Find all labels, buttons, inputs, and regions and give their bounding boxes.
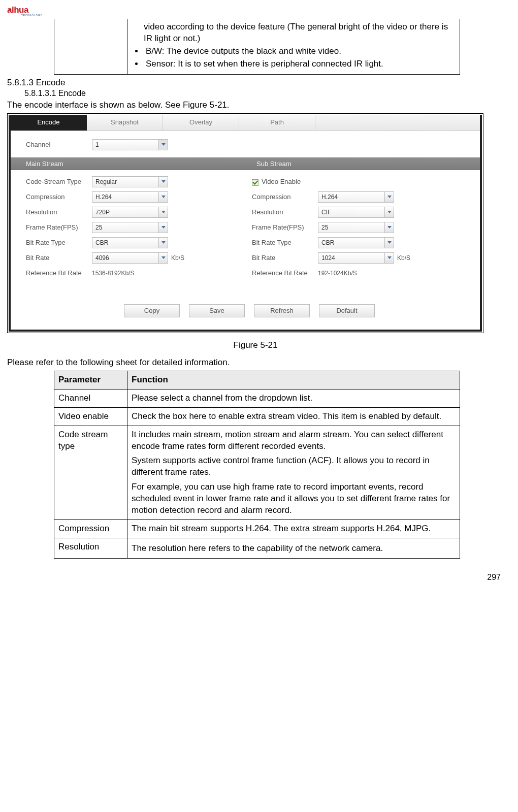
refresh-button[interactable]: Refresh <box>254 304 310 317</box>
main-label: Code-Stream Type <box>26 178 92 185</box>
figure-caption: Figure 5-21 <box>7 340 504 350</box>
table-row: Resolution The resolution here refers to… <box>54 538 460 559</box>
fragment-bullet: B/W: The device outputs the black and wh… <box>144 46 456 57</box>
chevron-down-icon <box>158 238 168 248</box>
tab-snapshot[interactable]: Snapshot <box>87 115 163 131</box>
default-button[interactable]: Default <box>319 304 375 317</box>
main-label: Resolution <box>26 208 92 216</box>
bit-rate-select[interactable]: 4096 <box>92 252 168 264</box>
bit-rate-type-select[interactable]: CBR <box>92 237 168 248</box>
compression-select[interactable]: H.264 <box>92 191 168 203</box>
intro-paragraph: The encode interface is shown as below. … <box>7 100 504 110</box>
main-stream-header: Main Stream <box>11 157 249 170</box>
table-row: Video enable Check the box here to enabl… <box>54 407 460 426</box>
sub-label: Frame Rate(FPS) <box>252 223 318 231</box>
main-label: Bit Rate <box>26 254 92 262</box>
main-label: Frame Rate(FPS) <box>26 223 92 231</box>
sub-compression-select[interactable]: H.264 <box>318 191 394 203</box>
brand-logo: alhua TECHNOLOGY <box>7 5 63 17</box>
chevron-down-icon <box>384 207 394 217</box>
sub-bit-rate-type-select[interactable]: CBR <box>318 237 394 248</box>
copy-button[interactable]: Copy <box>124 304 180 317</box>
table-row: Compression The main bit stream supports… <box>54 520 460 538</box>
fragment-pretext: video according to the device feature (T… <box>132 21 456 45</box>
sub-label: Compression <box>252 193 318 201</box>
channel-select[interactable]: 1 <box>92 139 168 150</box>
channel-value: 1 <box>95 141 99 148</box>
main-label: Compression <box>26 193 92 201</box>
fragment-table: video according to the device feature (T… <box>54 19 460 75</box>
sub-label: Reference Bit Rate <box>252 269 318 277</box>
chevron-down-icon <box>384 192 394 202</box>
chevron-down-icon <box>384 238 394 248</box>
fragment-bullet: Sensor: It is to set when there is perip… <box>144 58 456 70</box>
sub-stream-header: Sub Stream <box>249 157 480 170</box>
parameter-table: Parameter Function Channel Please select… <box>54 371 460 559</box>
sub-frame-rate-select[interactable]: 25 <box>318 222 394 233</box>
chevron-down-icon <box>384 253 394 263</box>
tab-encode[interactable]: Encode <box>11 115 87 131</box>
main-label: Bit Rate Type <box>26 239 92 246</box>
tab-path[interactable]: Path <box>239 115 315 131</box>
sub-bit-rate-select[interactable]: 1024 <box>318 252 394 264</box>
tab-overlay[interactable]: Overlay <box>163 115 239 131</box>
sub-bit-rate-unit: Kb/S <box>397 254 410 262</box>
chevron-down-icon <box>158 177 168 187</box>
chevron-down-icon <box>158 140 168 150</box>
table-intro: Please refer to the following sheet for … <box>7 358 504 368</box>
sub-label: Resolution <box>252 208 318 216</box>
chevron-down-icon <box>158 222 168 233</box>
svg-point-1 <box>9 9 11 11</box>
chevron-down-icon <box>158 253 168 263</box>
sub-label: Bit Rate Type <box>252 239 318 246</box>
svg-text:TECHNOLOGY: TECHNOLOGY <box>21 14 43 17</box>
bit-rate-unit: Kb/S <box>171 254 184 262</box>
table-row: Code stream type It includes main stream… <box>54 426 460 520</box>
code-stream-type-select[interactable]: Regular <box>92 176 168 187</box>
video-enable-checkbox[interactable] <box>252 179 258 186</box>
param-head-parameter: Parameter <box>54 371 127 389</box>
frame-rate-select[interactable]: 25 <box>92 222 168 233</box>
main-label: Reference Bit Rate <box>26 269 92 277</box>
sub-resolution-select[interactable]: CIF <box>318 207 394 218</box>
save-button[interactable]: Save <box>189 304 245 317</box>
tab-bar: Encode Snapshot Overlay Path <box>11 115 480 131</box>
chevron-down-icon <box>158 207 168 217</box>
page-number: 297 <box>7 573 504 582</box>
section-heading-1: 5.8.1.3 Encode <box>7 78 504 88</box>
reference-bit-rate: 1536-8192Kb/S <box>92 270 134 277</box>
video-enable-label: Video Enable <box>262 178 301 185</box>
chevron-down-icon <box>158 192 168 202</box>
chevron-down-icon <box>384 222 394 233</box>
resolution-select[interactable]: 720P <box>92 207 168 218</box>
table-row: Channel Please select a channel from the… <box>54 389 460 407</box>
channel-label: Channel <box>26 141 92 148</box>
figure-5-21: Encode Snapshot Overlay Path Channel 1 M… <box>7 113 483 333</box>
section-heading-2: 5.8.1.3.1 Encode <box>24 89 504 98</box>
sub-label: Bit Rate <box>252 254 318 262</box>
param-head-function: Function <box>127 371 460 389</box>
sub-reference-bit-rate: 192-1024Kb/S <box>318 270 357 277</box>
